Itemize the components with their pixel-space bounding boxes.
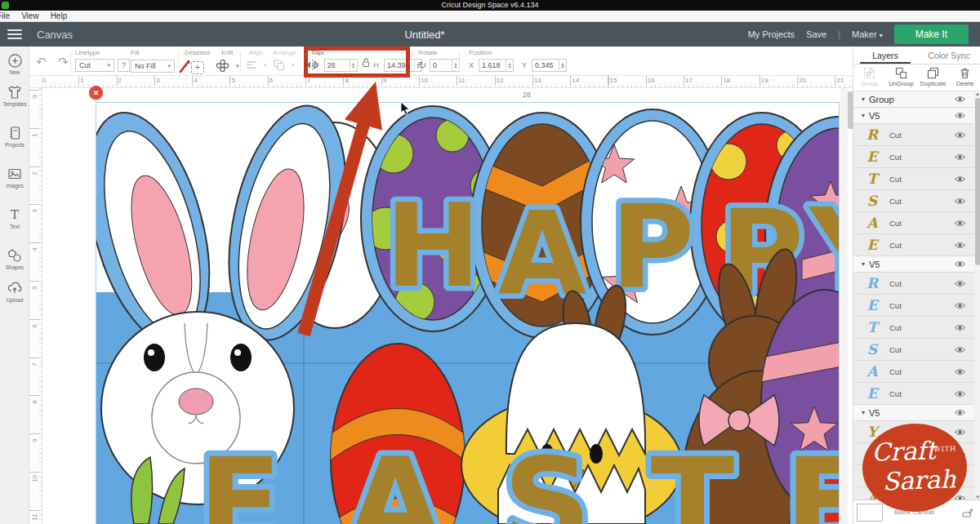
eye-icon[interactable] — [954, 242, 966, 249]
linetype-select[interactable]: Cut▾ — [75, 59, 114, 72]
eye-icon[interactable] — [954, 429, 966, 436]
layer-thumbnail: S — [860, 341, 884, 357]
canvas-scrollbar[interactable] — [840, 88, 848, 524]
deselect-button[interactable]: + — [191, 61, 204, 74]
collapse-caret-icon[interactable]: ▾ — [862, 95, 865, 103]
layer-group-row[interactable]: ▾V5 — [853, 256, 974, 273]
menu-help[interactable]: Help — [51, 11, 68, 20]
layer-group-label: Group — [869, 95, 894, 104]
canvas-scrollbar-thumb[interactable] — [848, 91, 853, 129]
layer-row[interactable]: ACut — [853, 212, 974, 234]
layers-scrollbar[interactable]: ▲ ▼ — [974, 91, 980, 500]
deselect-badge-icon[interactable]: ✕ — [89, 86, 103, 100]
tab-color-sync[interactable]: Color Sync — [917, 47, 980, 64]
eye-icon[interactable] — [954, 95, 966, 103]
layer-row[interactable]: ECut — [853, 383, 974, 405]
layer-row[interactable]: ECut — [853, 146, 974, 168]
layers-scrollbar-thumb[interactable] — [975, 98, 980, 265]
window-title: Cricut Design Space v6.4.134 — [0, 1, 980, 9]
sidebar-item-shapes[interactable]: Shapes — [0, 247, 29, 270]
scroll-up-icon[interactable]: ▲ — [974, 91, 980, 96]
layer-row[interactable]: SCut — [853, 190, 974, 212]
layer-group-label: V5 — [869, 111, 880, 121]
machine-select[interactable]: Maker▾ — [852, 29, 883, 39]
eye-icon[interactable] — [954, 131, 966, 139]
menu-file[interactable]: File — [0, 11, 10, 20]
layer-group-row[interactable]: ▾V5 — [853, 405, 974, 421]
eye-icon[interactable] — [954, 175, 966, 183]
linetype-help-button[interactable]: ? — [118, 59, 130, 72]
eye-icon[interactable] — [954, 198, 966, 205]
ruler-number: 7 — [307, 77, 310, 84]
make-it-button[interactable]: Make It — [894, 24, 969, 44]
fill-select[interactable]: No Fill▾ — [131, 60, 175, 73]
collapse-caret-icon[interactable]: ▾ — [862, 112, 865, 119]
layer-row[interactable]: SCut — [853, 339, 974, 361]
eye-icon[interactable] — [954, 112, 966, 119]
layer-row[interactable]: ECut — [853, 295, 974, 317]
ruler-number: 7 — [31, 360, 38, 368]
edit-button[interactable]: ▾ — [216, 59, 239, 73]
sidebar-item-templates[interactable]: Templates — [0, 84, 29, 107]
arrange-button[interactable]: ▾ — [273, 59, 296, 71]
undo-icon[interactable]: ↶ — [36, 55, 47, 69]
position-group: Position X ▲▼ Y ▲▼ — [469, 49, 567, 72]
eye-icon[interactable] — [954, 220, 966, 227]
eye-icon[interactable] — [954, 280, 966, 287]
size-height-field: ▲▼ — [384, 59, 422, 72]
canvas-color-swatch[interactable] — [857, 504, 883, 522]
document-title[interactable]: Untitled* — [359, 29, 490, 41]
canvas-artwork[interactable]: H A P P Y — [42, 88, 853, 524]
size-width-stepper[interactable]: ▲▼ — [350, 60, 357, 71]
layer-operation-label: Cut — [889, 367, 902, 376]
sidebar-item-text[interactable]: T Text — [0, 206, 29, 229]
eye-icon[interactable] — [954, 302, 966, 309]
brayer-icon[interactable] — [961, 507, 974, 518]
eye-icon[interactable] — [954, 390, 966, 397]
eye-icon[interactable] — [954, 368, 966, 375]
hamburger-menu-icon[interactable] — [7, 29, 22, 39]
sidebar-item-images[interactable]: Images — [0, 166, 29, 189]
position-y-input[interactable] — [532, 60, 559, 71]
duplicate-button[interactable]: Duplicate — [917, 64, 949, 91]
position-x-field: ▲▼ — [479, 59, 514, 72]
eye-icon[interactable] — [954, 153, 966, 161]
eye-icon[interactable] — [954, 324, 966, 331]
collapse-caret-icon[interactable]: ▾ — [862, 409, 865, 416]
redo-icon[interactable]: ↷ — [58, 55, 69, 69]
layer-row[interactable]: RCut — [853, 273, 974, 295]
ungroup-button[interactable]: UnGroup — [885, 64, 917, 91]
size-height-input[interactable] — [385, 60, 414, 71]
layer-group-row[interactable]: ▾V5 — [853, 108, 974, 124]
design-canvas[interactable]: H A P P Y — [42, 88, 853, 524]
align-button[interactable]: ▾ — [245, 59, 267, 71]
eye-icon[interactable] — [954, 409, 966, 416]
sidebar-item-upload[interactable]: Upload — [0, 280, 29, 303]
eye-icon[interactable] — [954, 346, 966, 353]
rotate-input[interactable] — [430, 60, 452, 71]
eye-icon[interactable] — [954, 260, 966, 268]
layer-row[interactable]: RCut — [853, 124, 974, 146]
position-y-stepper[interactable]: ▲▼ — [559, 60, 566, 71]
lock-open-icon[interactable] — [361, 57, 371, 68]
layer-row[interactable]: ACut — [853, 361, 974, 383]
rotate-stepper[interactable]: ▲▼ — [452, 60, 459, 71]
save-link[interactable]: Save — [806, 29, 826, 39]
position-x-stepper[interactable]: ▲▼ — [506, 60, 513, 71]
layer-row[interactable]: TCut — [853, 168, 974, 190]
tab-layers[interactable]: Layers — [853, 47, 917, 64]
sidebar-item-projects[interactable]: Projects — [0, 125, 29, 148]
notebook-icon — [7, 125, 23, 141]
layer-group-row[interactable]: ▾Group — [853, 91, 974, 108]
sidebar-item-new[interactable]: New — [0, 53, 29, 75]
layer-row[interactable]: ECut — [853, 234, 974, 256]
group-button[interactable]: Group — [853, 64, 885, 91]
layer-row[interactable]: TCut — [853, 317, 974, 339]
position-x-input[interactable] — [479, 60, 506, 71]
my-projects-link[interactable]: My Projects — [748, 29, 795, 39]
menu-view[interactable]: View — [21, 11, 39, 20]
canvas-menu-label[interactable]: Canvas — [37, 29, 73, 41]
size-width-input[interactable] — [325, 60, 350, 71]
collapse-caret-icon[interactable]: ▾ — [862, 260, 865, 268]
delete-button[interactable]: Delete — [949, 64, 980, 91]
